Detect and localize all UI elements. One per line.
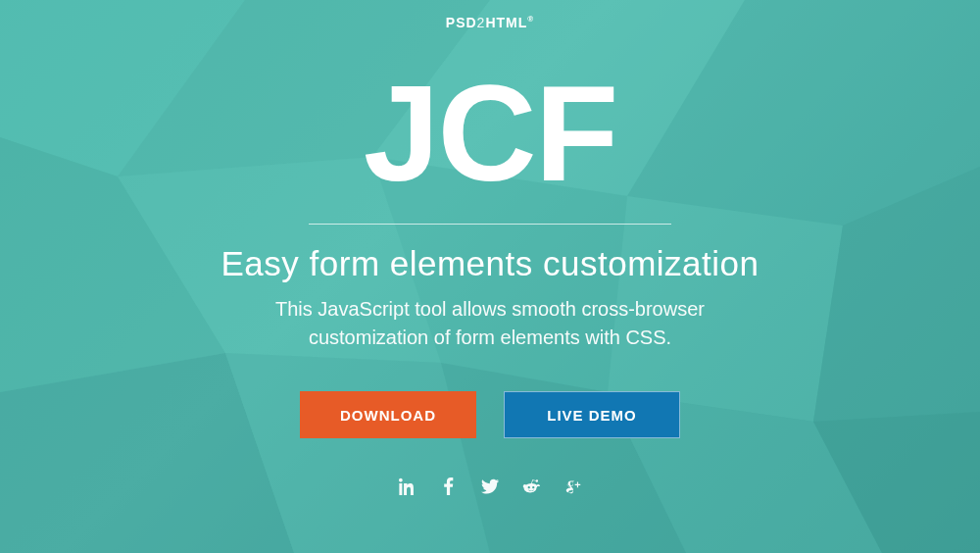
brand-right: HTML <box>485 15 527 30</box>
twitter-icon[interactable] <box>481 478 499 495</box>
brand-left: PSD <box>446 15 477 30</box>
googleplus-icon[interactable] <box>564 478 581 495</box>
brand-logo[interactable]: PSD2HTML® <box>446 15 534 30</box>
hero-tagline: Easy form elements customization <box>221 244 760 283</box>
brand-mid: 2 <box>477 15 486 30</box>
product-logo: JCF <box>364 65 616 202</box>
facebook-icon[interactable] <box>440 478 458 495</box>
hero-content: PSD2HTML® JCF Easy form elements customi… <box>0 0 980 553</box>
hero-description: This JavaScript tool allows smooth cross… <box>216 295 764 352</box>
hero-section: PSD2HTML® JCF Easy form elements customi… <box>0 0 980 553</box>
social-links <box>399 478 581 495</box>
linkedin-icon[interactable] <box>399 478 416 495</box>
cta-row: DOWNLOAD LIVE DEMO <box>300 391 680 438</box>
brand-mark: ® <box>527 15 534 24</box>
reddit-icon[interactable] <box>522 478 540 495</box>
live-demo-button[interactable]: LIVE DEMO <box>504 391 680 438</box>
download-button[interactable]: DOWNLOAD <box>300 391 476 438</box>
logo-divider <box>309 224 671 225</box>
